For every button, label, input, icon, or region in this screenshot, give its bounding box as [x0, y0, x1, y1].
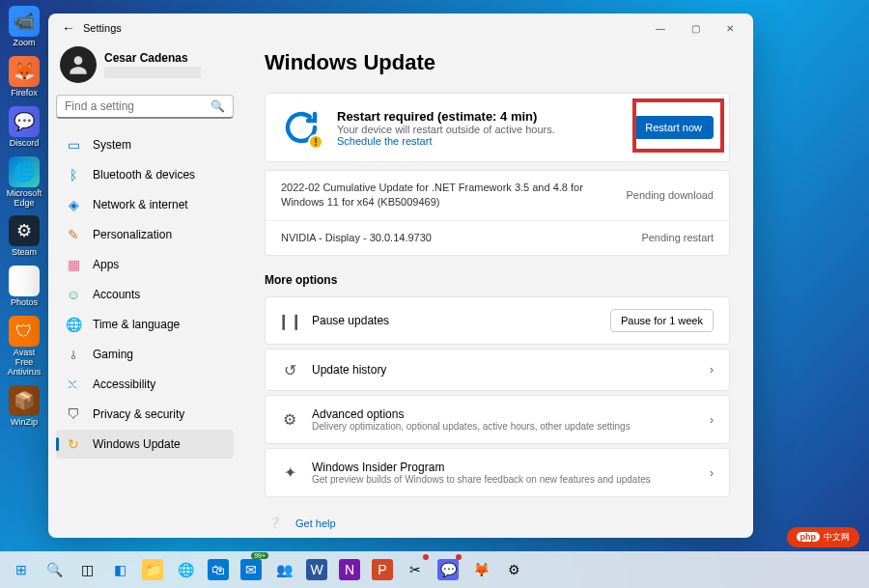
profile[interactable]: Cesar Cadenas [56, 42, 234, 91]
update-status-icon: ! [281, 107, 322, 148]
desktop-icon-steam[interactable]: ⚙Steam [4, 213, 44, 260]
chevron-right-icon: › [710, 413, 714, 427]
nav-windows-update[interactable]: ↻Windows Update [56, 430, 234, 459]
svg-point-0 [74, 56, 83, 65]
taskbar-explorer[interactable]: 📁 [137, 554, 168, 585]
restart-title: Restart required (estimate: 4 min) [337, 109, 618, 124]
taskbar-firefox[interactable]: 🦊 [465, 554, 496, 585]
nav-accounts[interactable]: ☺Accounts [56, 280, 234, 309]
start-button[interactable]: ⊞ [6, 554, 37, 585]
nav-apps[interactable]: ▦Apps [56, 250, 234, 279]
avatar [60, 46, 97, 83]
taskbar-word[interactable]: W [301, 554, 332, 585]
taskbar-mail[interactable]: ✉99+ [236, 554, 266, 585]
give-feedback-link[interactable]: ✉Give feedback [265, 535, 730, 538]
nav-gaming[interactable]: ⫰Gaming [56, 340, 234, 369]
update-history-option[interactable]: ↺ Update history › [265, 349, 730, 391]
search-input[interactable] [65, 99, 210, 113]
help-links: ❔Get help ✉Give feedback [265, 511, 730, 538]
nav-privacy[interactable]: ⛉Privacy & security [56, 400, 234, 429]
desktop-icon-photos[interactable]: 🖼Photos [4, 264, 44, 310]
warning-badge-icon: ! [308, 134, 323, 150]
desktop-icon-firefox[interactable]: 🦊Firefox [4, 54, 44, 100]
advanced-options[interactable]: ⚙ Advanced options Delivery optimization… [265, 395, 730, 444]
desktop-icon-avast[interactable]: 🛡Avast Free Antivirus [4, 314, 44, 379]
close-button[interactable]: ✕ [713, 14, 747, 42]
nav-system[interactable]: ▭System [56, 130, 234, 159]
gaming-icon: ⫰ [66, 347, 81, 362]
page-title: Windows Update [265, 50, 730, 75]
settings-window: ← Settings — ▢ ✕ Cesar Cadenas 🔍 [48, 14, 753, 538]
nav-network[interactable]: ◈Network & internet [56, 190, 234, 219]
desktop-icon-discord[interactable]: 💬Discord [4, 104, 44, 151]
task-view[interactable]: ◫ [71, 554, 102, 585]
titlebar: ← Settings — ▢ ✕ [48, 14, 753, 42]
update-status: Pending download [626, 189, 714, 201]
pause-week-button[interactable]: Pause for 1 week [610, 309, 714, 332]
update-icon: ↻ [66, 436, 81, 452]
insider-icon: ✦ [281, 464, 298, 482]
maximize-button[interactable]: ▢ [678, 14, 713, 42]
bluetooth-icon: ᛒ [66, 167, 81, 182]
accessibility-icon: ⛌ [66, 377, 81, 392]
brush-icon: ✎ [66, 227, 81, 242]
globe-icon: 🌐 [66, 317, 81, 332]
window-title: Settings [83, 22, 643, 34]
update-row: NVIDIA - Display - 30.0.14.9730 Pending … [266, 221, 729, 255]
restart-card: ! Restart required (estimate: 4 min) You… [265, 93, 730, 162]
watermark: 中文网 [787, 527, 860, 547]
nav-time[interactable]: 🌐Time & language [56, 310, 234, 339]
main-content: Windows Update ! Restart required (estim… [241, 42, 753, 538]
taskbar-discord[interactable]: 💬 [433, 554, 463, 585]
history-icon: ↺ [281, 361, 298, 378]
nav-personalization[interactable]: ✎Personalization [56, 220, 234, 249]
taskbar-search[interactable]: 🔍 [39, 554, 70, 585]
taskbar-snip[interactable]: ✂ [400, 554, 431, 585]
taskbar-settings[interactable]: ⚙ [498, 554, 529, 585]
desktop-icon-winzip[interactable]: 📦WinZip [4, 383, 44, 430]
pause-icon: ❙❙ [281, 312, 298, 329]
insider-program-option[interactable]: ✦ Windows Insider Program Get preview bu… [265, 448, 730, 497]
restart-subtitle: Your device will restart outside of acti… [337, 124, 618, 135]
search-icon: 🔍 [210, 99, 225, 113]
restart-now-button[interactable]: Restart now [633, 116, 714, 139]
minimize-button[interactable]: — [643, 14, 678, 42]
desktop-icon-edge[interactable]: 🌐Microsoft Edge [4, 154, 44, 210]
widgets[interactable]: ◧ [104, 554, 135, 585]
help-icon: ❔ [268, 517, 284, 529]
taskbar-edge[interactable]: 🌐 [170, 554, 201, 585]
desktop-icon-zoom[interactable]: 📹Zoom [4, 4, 44, 50]
pause-updates-option[interactable]: ❙❙ Pause updates Pause for 1 week [265, 296, 730, 345]
get-help-link[interactable]: ❔Get help [265, 511, 730, 535]
taskbar-teams[interactable]: 👥 [268, 554, 299, 585]
taskbar: ⊞ 🔍 ◫ ◧ 📁 🌐 🛍 ✉99+ 👥 W N P ✂ 💬 🦊 ⚙ [0, 551, 869, 588]
schedule-restart-link[interactable]: Schedule the restart [337, 135, 618, 147]
nav-bluetooth[interactable]: ᛒBluetooth & devices [56, 160, 234, 189]
pending-updates-list: 2022-02 Cumulative Update for .NET Frame… [265, 170, 730, 256]
search-box[interactable]: 🔍 [56, 95, 234, 119]
taskbar-store[interactable]: 🛍 [203, 554, 234, 585]
taskbar-onenote[interactable]: N [334, 554, 365, 585]
update-status: Pending restart [641, 232, 714, 243]
shield-icon: ⛉ [66, 406, 81, 422]
profile-name: Cesar Cadenas [104, 51, 230, 65]
gear-icon: ⚙ [281, 411, 298, 429]
wifi-icon: ◈ [66, 197, 81, 212]
more-options-heading: More options [265, 273, 730, 287]
apps-icon: ▦ [66, 257, 81, 272]
profile-email [104, 67, 201, 78]
system-icon: ▭ [66, 137, 81, 153]
nav-accessibility[interactable]: ⛌Accessibility [56, 370, 234, 399]
chevron-right-icon: › [710, 363, 714, 377]
window-controls: — ▢ ✕ [643, 14, 747, 42]
taskbar-powerpoint[interactable]: P [367, 554, 398, 585]
person-icon: ☺ [66, 287, 81, 302]
back-button[interactable]: ← [54, 20, 83, 36]
desktop-icons: 📹Zoom 🦊Firefox 💬Discord 🌐Microsoft Edge … [0, 0, 48, 434]
update-row: 2022-02 Cumulative Update for .NET Frame… [266, 171, 729, 221]
sidebar: Cesar Cadenas 🔍 ▭System ᛒBluetooth & dev… [48, 42, 241, 538]
chevron-right-icon: › [710, 466, 714, 480]
